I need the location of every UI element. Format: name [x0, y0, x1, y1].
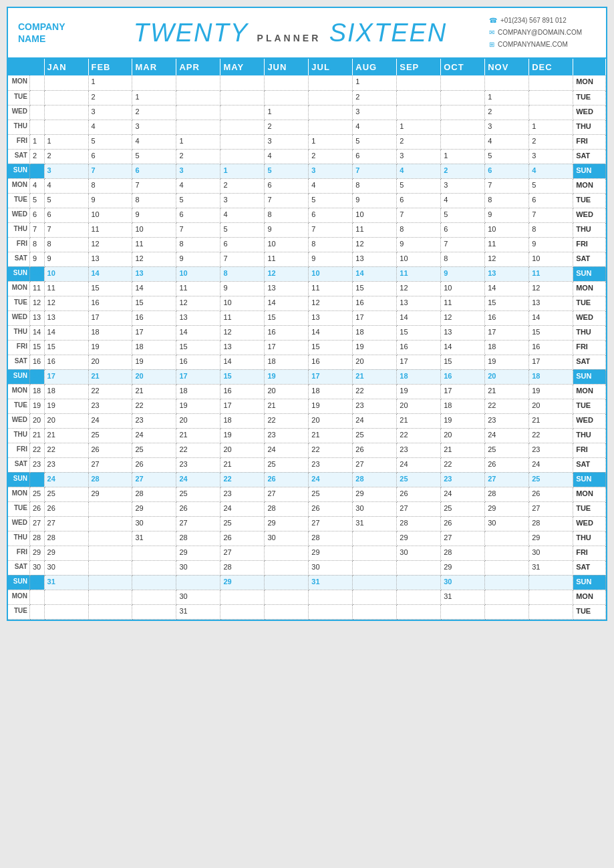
day-label-cell: WED: [8, 413, 29, 428]
day-label-cell: FRI: [8, 134, 29, 149]
date-cell-jan: 27: [44, 516, 88, 531]
day-label-right: WED: [573, 413, 606, 428]
date-cell-jan: 20: [44, 413, 88, 428]
date-cell-jul: 1: [309, 134, 353, 149]
date-cell-sep: 2: [397, 134, 441, 149]
date-cell-nov: 9: [485, 208, 529, 222]
date-cell-may: 22: [220, 472, 265, 487]
week-num-cell: [29, 90, 44, 105]
day-label-cell: SAT: [8, 149, 29, 164]
day-label-cell: FRI: [8, 237, 29, 252]
date-cell-apr: 6: [176, 208, 220, 222]
date-cell-jul: 29: [309, 546, 353, 560]
date-cell-sep: 14: [397, 310, 441, 325]
date-cell-aug: 28: [353, 472, 397, 487]
date-cell-apr: 23: [176, 457, 220, 472]
table-row: THU14141817141216141815131715THU: [8, 325, 606, 340]
date-cell-oct: [441, 90, 485, 105]
date-cell-apr: 12: [176, 296, 220, 310]
date-cell-jun: 18: [265, 355, 309, 369]
date-cell-sep: 27: [397, 501, 441, 516]
date-cell-sep: 28: [397, 516, 441, 531]
date-cell-aug: 7: [353, 164, 397, 178]
date-cell-aug: 13: [353, 252, 397, 266]
date-cell-apr: 5: [176, 193, 220, 208]
date-cell-sep: 9: [397, 237, 441, 252]
date-cell-nov: 19: [485, 355, 529, 369]
date-cell-dec: 15: [529, 325, 573, 340]
date-cell-apr: 30: [176, 590, 220, 604]
day-label-cell: MON: [8, 178, 29, 193]
date-cell-apr: [176, 75, 220, 90]
table-row: MON11MON: [8, 75, 606, 90]
date-cell-apr: 15: [176, 340, 220, 355]
date-cell-feb: 6: [88, 149, 132, 164]
date-cell-may: 17: [220, 399, 265, 413]
date-cell-oct: [441, 604, 485, 619]
table-row: SUN17172120171519172118162018SUN: [8, 369, 606, 384]
date-cell-jan: 29: [44, 546, 88, 560]
date-cell-jul: 27: [309, 516, 353, 531]
date-cell-may: 6: [220, 237, 265, 252]
date-cell-oct: 18: [441, 399, 485, 413]
day-label-right: THU: [573, 428, 606, 443]
date-cell-oct: 13: [441, 325, 485, 340]
date-cell-jan: 30: [44, 560, 88, 575]
date-cell-feb: 13: [88, 252, 132, 266]
date-cell-dec: 19: [529, 384, 573, 399]
date-cell-may: 27: [220, 546, 265, 560]
date-cell-dec: 22: [529, 428, 573, 443]
date-cell-feb: [88, 590, 132, 604]
date-cell-feb: 11: [88, 222, 132, 237]
day-label-right: TUE: [573, 399, 606, 413]
date-cell-dec: 18: [529, 369, 573, 384]
date-cell-may: [220, 75, 265, 90]
date-cell-aug: 5: [353, 134, 397, 149]
date-cell-feb: 7: [88, 164, 132, 178]
date-cell-mar: [132, 546, 176, 560]
date-cell-apr: [176, 120, 220, 134]
week-num-cell: 18: [29, 384, 44, 399]
table-row: MON4487426485375MON: [8, 178, 606, 193]
week-num-cell: [29, 120, 44, 134]
date-cell-jul: 5: [309, 193, 353, 208]
date-cell-jul: [309, 590, 353, 604]
date-cell-jan: 4: [44, 178, 88, 193]
date-cell-jun: [265, 590, 309, 604]
week-num-cell: [29, 590, 44, 604]
company-line2: NAME: [18, 33, 45, 44]
date-cell-sep: [397, 90, 441, 105]
date-cell-aug: [353, 590, 397, 604]
date-cell-feb: 1: [88, 75, 132, 90]
th-jul: JUL: [309, 59, 353, 75]
date-cell-may: [220, 149, 265, 164]
date-cell-oct: 2: [441, 164, 485, 178]
date-cell-sep: 6: [397, 193, 441, 208]
date-cell-nov: [485, 590, 529, 604]
date-cell-may: 2: [220, 178, 265, 193]
date-cell-apr: 31: [176, 604, 220, 619]
date-cell-mar: 21: [132, 384, 176, 399]
date-cell-jun: 4: [265, 149, 309, 164]
date-cell-jan: 5: [44, 193, 88, 208]
table-row: SAT23232726232125232724222624SAT: [8, 457, 606, 472]
date-cell-apr: 7: [176, 222, 220, 237]
date-cell-sep: 7: [397, 208, 441, 222]
day-label-cell: SUN: [8, 575, 29, 590]
week-num-cell: 4: [29, 178, 44, 193]
day-label-cell: WED: [8, 310, 29, 325]
week-num-cell: 22: [29, 443, 44, 457]
date-cell-mar: 19: [132, 355, 176, 369]
date-cell-jun: [265, 75, 309, 90]
table-row: FRI881211861081297119FRI: [8, 237, 606, 252]
date-cell-apr: 1: [176, 134, 220, 149]
date-cell-dec: [529, 105, 573, 120]
date-cell-jun: 5: [265, 164, 309, 178]
table-row: WED661096486107597WED: [8, 208, 606, 222]
date-cell-jun: 28: [265, 501, 309, 516]
date-cell-feb: [88, 560, 132, 575]
date-cell-dec: 8: [529, 222, 573, 237]
date-cell-dec: [529, 90, 573, 105]
phone-number: +01(234) 567 891 012: [500, 15, 567, 27]
date-cell-may: 29: [220, 575, 265, 590]
